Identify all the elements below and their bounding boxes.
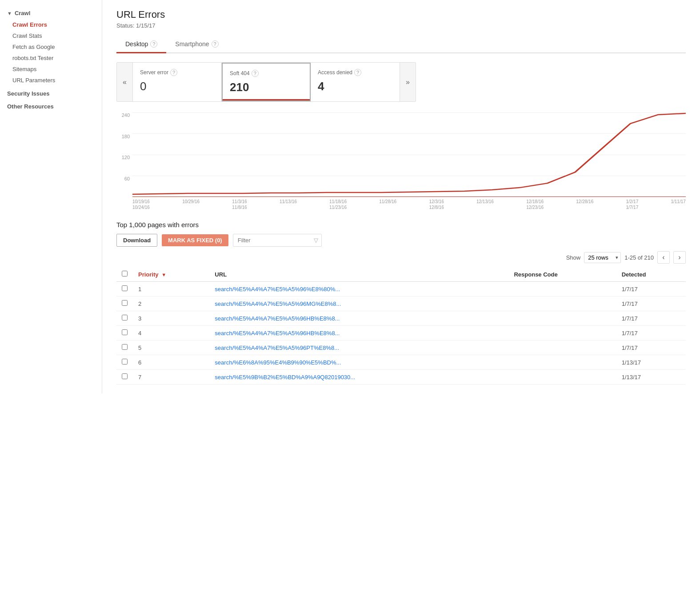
chart-y-labels: 24018012060 bbox=[116, 112, 132, 197]
row-detected-5: 1/13/17 bbox=[616, 355, 686, 370]
chart-x-label: 11/13/16 bbox=[280, 199, 297, 204]
row-checkbox-cell[interactable] bbox=[116, 355, 133, 370]
cards-left-arrow[interactable]: « bbox=[117, 63, 133, 101]
download-button[interactable]: Download bbox=[116, 234, 157, 247]
rows-per-page-select[interactable]: 25 rows 50 rows 100 rows bbox=[584, 252, 621, 263]
priority-sort-icon: ▼ bbox=[161, 272, 166, 277]
row-checkbox-cell[interactable] bbox=[116, 282, 133, 296]
select-all-header[interactable] bbox=[116, 267, 133, 282]
table-row: 6 search/%E6%8A%95%E4%B9%90%E5%BD%... 1/… bbox=[116, 355, 686, 370]
table-pagination: Show 25 rows 50 rows 100 rows 1-25 of 21… bbox=[116, 251, 686, 264]
next-page-button[interactable]: › bbox=[673, 251, 686, 264]
chart-x-label: 12/28/16 bbox=[576, 199, 593, 204]
chart-x-label: 12/3/1612/8/16 bbox=[429, 199, 444, 210]
row-detected-1: 1/7/17 bbox=[616, 296, 686, 311]
select-all-checkbox[interactable] bbox=[122, 271, 128, 276]
sidebar-item-security-issues[interactable]: Security Issues bbox=[0, 86, 102, 99]
table-row: 2 search/%E5%A4%A7%E5%A5%96MG%E8%8... 1/… bbox=[116, 296, 686, 311]
error-card-value-access-denied: 4 bbox=[318, 80, 392, 93]
cards-right-arrow[interactable]: » bbox=[400, 63, 416, 101]
row-detected-4: 1/7/17 bbox=[616, 341, 686, 355]
filter-wrap: ▽ bbox=[233, 234, 322, 247]
row-url-4[interactable]: search/%E5%A4%A7%E5%A5%96PT%E8%8... bbox=[209, 341, 508, 355]
sidebar-item-other-resources[interactable]: Other Resources bbox=[0, 99, 102, 112]
x-label-text: 10/24/16 bbox=[132, 205, 150, 210]
row-url-5[interactable]: search/%E6%8A%95%E4%B9%90%E5%BD%... bbox=[209, 355, 508, 370]
x-label-text: 11/23/16 bbox=[329, 205, 347, 210]
chart-x-label: 12/18/1612/23/16 bbox=[526, 199, 544, 210]
sidebar-item-robots-txt-tester[interactable]: robots.txt Tester bbox=[0, 52, 102, 64]
tab-smartphone[interactable]: Smartphone? bbox=[166, 36, 227, 53]
x-label-text: 11/18/16 bbox=[329, 199, 347, 204]
x-label-text: 12/18/16 bbox=[526, 199, 544, 204]
row-checkbox-cell[interactable] bbox=[116, 370, 133, 385]
chart-y-label: 120 bbox=[122, 155, 130, 160]
crawl-arrow-icon: ▼ bbox=[7, 11, 12, 16]
error-card-server-error[interactable]: Server error ? 0 bbox=[133, 63, 222, 101]
row-detected-3: 1/7/17 bbox=[616, 326, 686, 341]
error-card-help-server-error: ? bbox=[170, 69, 177, 76]
chart-x-labels: 10/19/1610/24/1610/29/1611/3/1611/8/1611… bbox=[132, 197, 686, 210]
chart-x-label: 10/19/1610/24/16 bbox=[132, 199, 150, 210]
chart-svg bbox=[132, 112, 686, 196]
row-response-code-6 bbox=[508, 370, 616, 385]
table-row: 5 search/%E5%A4%A7%E5%A5%96PT%E8%8... 1/… bbox=[116, 341, 686, 355]
row-url-0[interactable]: search/%E5%A4%A7%E5%A5%96%E8%80%... bbox=[209, 282, 508, 296]
error-card-label-soft-404: Soft 404 ? bbox=[230, 70, 303, 77]
row-checkbox-4[interactable] bbox=[122, 344, 128, 350]
x-label-text: 12/3/16 bbox=[429, 199, 444, 204]
row-checkbox-cell[interactable] bbox=[116, 341, 133, 355]
rows-select-wrap: 25 rows 50 rows 100 rows bbox=[584, 252, 621, 263]
error-cards-row: « Server error ? 0 Soft 404 ? 210 Access… bbox=[116, 62, 416, 102]
row-detected-2: 1/7/17 bbox=[616, 311, 686, 326]
row-url-3[interactable]: search/%E5%A4%A7%E5%A5%96HB%E8%8... bbox=[209, 326, 508, 341]
row-checkbox-5[interactable] bbox=[122, 359, 128, 365]
row-url-1[interactable]: search/%E5%A4%A7%E5%A5%96MG%E8%8... bbox=[209, 296, 508, 311]
mark-fixed-button[interactable]: MARK AS FIXED (0) bbox=[162, 234, 228, 246]
row-url-6[interactable]: search/%E5%9B%B2%E5%BD%A9%A9Q82019030... bbox=[209, 370, 508, 385]
prev-page-button[interactable]: ‹ bbox=[657, 251, 670, 264]
x-label-text: 12/8/16 bbox=[429, 205, 444, 210]
row-checkbox-3[interactable] bbox=[122, 329, 128, 335]
row-checkbox-0[interactable] bbox=[122, 285, 128, 291]
sidebar-item-crawl-stats[interactable]: Crawl Stats bbox=[0, 30, 102, 41]
row-response-code-4 bbox=[508, 341, 616, 355]
sidebar-item-url-parameters[interactable]: URL Parameters bbox=[0, 75, 102, 86]
row-url-2[interactable]: search/%E5%A4%A7%E5%A5%96HB%E8%8... bbox=[209, 311, 508, 326]
error-card-soft-404[interactable]: Soft 404 ? 210 bbox=[222, 63, 311, 101]
error-card-access-denied[interactable]: Access denied ? 4 bbox=[311, 63, 400, 101]
row-checkbox-cell[interactable] bbox=[116, 326, 133, 341]
chart-container: 24018012060 10/19/1610/24/1610/29/1611/3… bbox=[116, 112, 686, 210]
row-checkbox-2[interactable] bbox=[122, 315, 128, 321]
x-label-text: 10/29/16 bbox=[182, 199, 200, 204]
tab-help-icon-smartphone: ? bbox=[212, 40, 219, 48]
row-checkbox-1[interactable] bbox=[122, 300, 128, 306]
detected-column-header: Detected bbox=[616, 267, 686, 282]
priority-column-header[interactable]: Priority ▼ bbox=[133, 267, 209, 282]
row-checkbox-cell[interactable] bbox=[116, 311, 133, 326]
tab-label-desktop: Desktop bbox=[125, 40, 148, 48]
chart-x-label: 12/13/16 bbox=[476, 199, 494, 204]
tabs-bar: Desktop?Smartphone? bbox=[116, 36, 686, 53]
row-checkbox-6[interactable] bbox=[122, 373, 128, 379]
row-checkbox-cell[interactable] bbox=[116, 296, 133, 311]
chart-x-label: 11/28/16 bbox=[379, 199, 396, 204]
row-response-code-5 bbox=[508, 355, 616, 370]
page-title: URL Errors bbox=[116, 9, 686, 20]
filter-icon: ▽ bbox=[314, 237, 318, 244]
tab-desktop[interactable]: Desktop? bbox=[116, 36, 166, 53]
sidebar-item-crawl-errors[interactable]: Crawl Errors bbox=[0, 19, 102, 30]
error-card-value-server-error: 0 bbox=[140, 80, 214, 93]
error-card-label-server-error: Server error ? bbox=[140, 69, 214, 76]
chart-x-label: 1/11/17 bbox=[671, 199, 685, 204]
row-response-code-3 bbox=[508, 326, 616, 341]
section-title: Top 1,000 pages with errors bbox=[116, 221, 686, 228]
sidebar-item-fetch-as-google[interactable]: Fetch as Google bbox=[0, 41, 102, 52]
data-table: Priority ▼ URL Response Code Detected 1 … bbox=[116, 267, 686, 385]
sidebar-item-sitemaps[interactable]: Sitemaps bbox=[0, 64, 102, 75]
error-card-help-soft-404: ? bbox=[252, 70, 259, 77]
filter-input[interactable] bbox=[233, 234, 322, 247]
chart-y-label: 60 bbox=[124, 176, 130, 181]
crawl-section[interactable]: ▼ Crawl bbox=[0, 7, 102, 19]
row-priority-6: 7 bbox=[133, 370, 209, 385]
